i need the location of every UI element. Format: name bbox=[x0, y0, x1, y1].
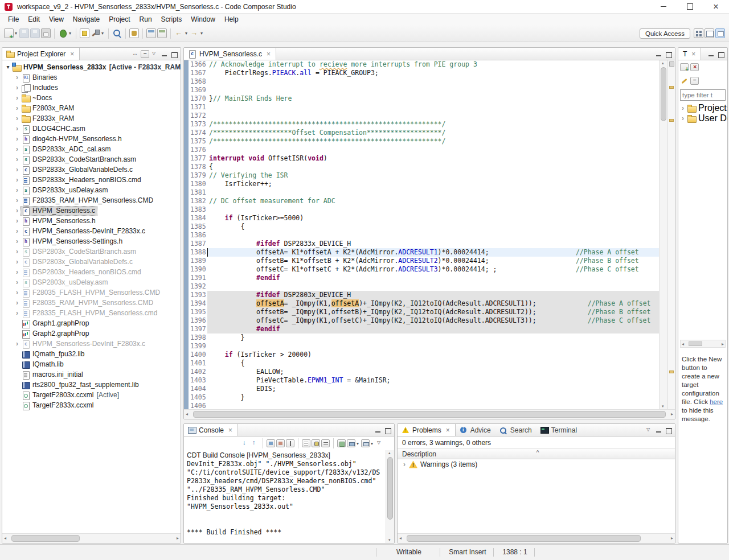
tree-item[interactable]: ›F2803x_RAM bbox=[2, 103, 181, 113]
code-line[interactable]: 1400 if (IsrTicker > 20000) bbox=[184, 351, 659, 359]
pin-console-icon[interactable] bbox=[286, 439, 294, 447]
code-line[interactable]: 1372 bbox=[184, 112, 659, 120]
line-number[interactable]: 1379 bbox=[189, 171, 207, 180]
code-line[interactable]: 1379// Verifying the ISR bbox=[184, 171, 659, 180]
line-number[interactable]: 1399 bbox=[189, 342, 207, 351]
minimize-icon[interactable] bbox=[707, 50, 715, 58]
code-line[interactable]: 1384 if (IsrTicker>=5000) bbox=[184, 214, 659, 223]
line-number[interactable]: 1396 bbox=[189, 316, 207, 325]
tree-item[interactable]: Graph2.graphProp bbox=[2, 328, 181, 339]
maximize-icon[interactable] bbox=[383, 426, 392, 434]
code-line[interactable]: 1387 #ifdef DSP2833x_DEVICE_H bbox=[184, 240, 659, 248]
line-number[interactable]: 1375 bbox=[189, 137, 207, 146]
close-icon[interactable] bbox=[445, 427, 451, 434]
code-line[interactable]: 1375/***********************************… bbox=[184, 137, 659, 146]
code-line[interactable]: 1381 bbox=[184, 188, 659, 197]
menu-run[interactable]: Run bbox=[135, 15, 157, 23]
delete-icon[interactable] bbox=[690, 63, 699, 71]
code-line[interactable]: 1388 offsetA= K1*offsetA + K2*(AdcMirror… bbox=[184, 248, 659, 257]
expand-arrow-icon[interactable]: › bbox=[14, 287, 21, 298]
line-number[interactable]: 1391 bbox=[189, 274, 207, 282]
dropdown-arrow-icon[interactable]: ▾ bbox=[200, 31, 203, 36]
expand-arrow-icon[interactable]: › bbox=[14, 267, 21, 277]
tab-target-configurations[interactable]: T bbox=[678, 48, 701, 60]
maximize-icon[interactable] bbox=[716, 50, 725, 58]
show-stdout-icon[interactable] bbox=[267, 439, 275, 447]
tree-item[interactable]: ›F28035_RAM_HVPM_Sensorless.CMD bbox=[2, 298, 181, 308]
tree-item[interactable]: ›HVPM_Sensorless-DevInit_F2803x.c bbox=[2, 339, 181, 349]
line-number[interactable]: 1377 bbox=[189, 154, 207, 163]
line-number[interactable]: 1374 bbox=[189, 129, 207, 137]
code-line[interactable]: 1401 { bbox=[184, 359, 659, 368]
code-line[interactable]: 1395 offsetB= _IQmpy(K1,offsetB)+_IQmpy(… bbox=[184, 308, 659, 316]
tab-advice[interactable]: Advice bbox=[456, 424, 495, 436]
scrollbar-thumb[interactable] bbox=[661, 67, 666, 121]
warning-marker-icon[interactable] bbox=[669, 119, 674, 122]
expand-arrow-icon[interactable]: › bbox=[14, 277, 21, 287]
dropdown-arrow-icon[interactable]: ▾ bbox=[69, 31, 71, 36]
code-line[interactable]: 1368 bbox=[184, 77, 659, 86]
close-icon[interactable] bbox=[690, 51, 697, 57]
collapse-all-icon[interactable] bbox=[141, 50, 149, 58]
tab-problems[interactable]: Problems bbox=[398, 424, 456, 436]
code-line[interactable]: 1386 bbox=[184, 231, 659, 240]
line-number[interactable]: 1383 bbox=[189, 205, 207, 214]
code-line[interactable]: 1376 bbox=[184, 146, 659, 154]
scroll-down-icon[interactable] bbox=[241, 439, 249, 447]
code-line[interactable]: 1405 } bbox=[184, 393, 659, 402]
scroll-lock-icon[interactable] bbox=[312, 439, 320, 447]
code-line[interactable]: 1396 offsetC= _IQmpy(K1,offsetC)+_IQmpy(… bbox=[184, 316, 659, 325]
editor-hscrollbar[interactable] bbox=[184, 409, 675, 419]
code-line[interactable]: 1383 bbox=[184, 205, 659, 214]
line-number[interactable]: 1392 bbox=[189, 282, 207, 291]
build-icon[interactable] bbox=[91, 28, 100, 38]
dropdown-arrow-icon[interactable]: ▾ bbox=[101, 31, 104, 36]
tree-item[interactable]: ›F28035_FLASH_HVPM_Sensorless.CMD bbox=[2, 287, 181, 298]
code-line[interactable]: 1397 #endif bbox=[184, 325, 659, 333]
expand-arrow-icon[interactable]: › bbox=[14, 144, 21, 154]
scrollbar-thumb[interactable] bbox=[193, 411, 666, 418]
line-number[interactable]: 1382 bbox=[189, 197, 207, 205]
problems-hscrollbar[interactable] bbox=[398, 533, 675, 543]
code-line[interactable]: 1382// DC offset measurement for ADC bbox=[184, 197, 659, 205]
code-line[interactable]: 1378{ bbox=[184, 163, 659, 171]
expand-arrow-icon[interactable]: › bbox=[14, 164, 21, 175]
editor-vscrollbar[interactable] bbox=[659, 60, 667, 409]
problems-row[interactable]: ›Warnings (3 items) bbox=[398, 459, 675, 470]
expand-arrow-icon[interactable]: › bbox=[14, 236, 21, 246]
expand-arrow-icon[interactable]: › bbox=[14, 226, 21, 236]
minimize-window-button[interactable] bbox=[650, 0, 677, 13]
line-number[interactable]: 1405 bbox=[189, 393, 207, 402]
expand-arrow-icon[interactable]: › bbox=[401, 459, 408, 470]
trace-icon[interactable] bbox=[129, 28, 139, 38]
code-line[interactable]: 1406 bbox=[184, 402, 659, 409]
code-line[interactable]: 1369 bbox=[184, 86, 659, 94]
tree-item[interactable]: ›DSP2833x_GlobalVariableDefs.c bbox=[2, 164, 181, 175]
tree-item[interactable]: ›F2833x_RAM bbox=[2, 113, 181, 123]
warning-marker-icon[interactable] bbox=[669, 86, 674, 89]
line-number[interactable]: 1404 bbox=[189, 385, 207, 393]
tab-terminal[interactable]: Terminal bbox=[536, 424, 581, 436]
quick-access-button[interactable]: Quick Access bbox=[640, 28, 690, 39]
tree-item[interactable]: ›User De bbox=[678, 113, 727, 123]
menu-edit[interactable]: Edit bbox=[23, 15, 44, 23]
debug-icon[interactable] bbox=[58, 28, 68, 38]
minimize-icon[interactable] bbox=[654, 50, 663, 58]
minimize-icon[interactable] bbox=[374, 426, 382, 434]
search-icon[interactable] bbox=[112, 28, 122, 38]
project-explorer-hscrollbar[interactable] bbox=[2, 533, 181, 543]
expand-arrow-icon[interactable]: › bbox=[14, 103, 21, 113]
line-number[interactable]: 1397 bbox=[189, 325, 207, 333]
line-number[interactable]: 1406 bbox=[189, 402, 207, 409]
save-all-icon[interactable] bbox=[30, 28, 40, 38]
expand-arrow-icon[interactable]: › bbox=[14, 134, 21, 144]
maximize-icon[interactable] bbox=[664, 426, 673, 434]
back-icon[interactable] bbox=[174, 28, 184, 38]
clear-console-icon[interactable] bbox=[302, 439, 310, 447]
close-icon[interactable] bbox=[69, 51, 75, 57]
view-menu-icon[interactable] bbox=[645, 426, 653, 434]
forward-icon[interactable] bbox=[190, 28, 199, 38]
scrollbar-thumb[interactable] bbox=[11, 535, 80, 542]
close-icon[interactable] bbox=[265, 51, 272, 57]
code-line[interactable]: 1366// Acknowledge interrupt to recieve … bbox=[184, 60, 659, 69]
